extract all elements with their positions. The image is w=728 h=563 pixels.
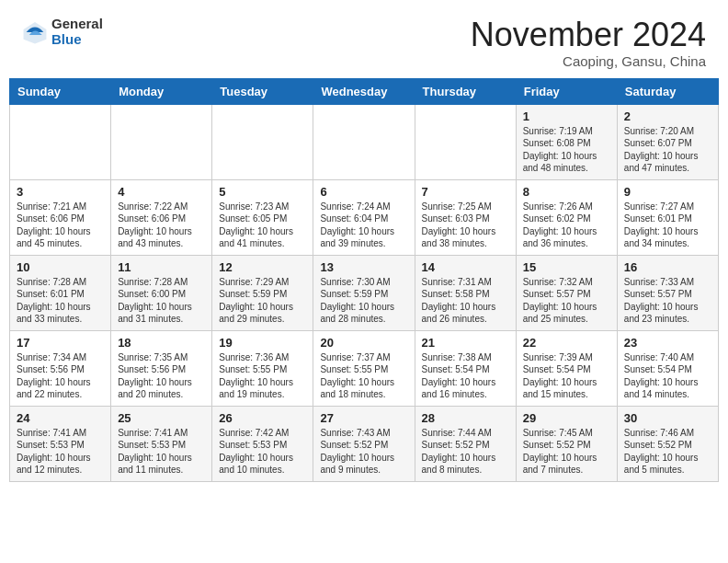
- calendar-cell: 5Sunrise: 7:23 AM Sunset: 6:05 PM Daylig…: [212, 179, 313, 255]
- day-number: 18: [118, 336, 205, 350]
- day-number: 11: [118, 260, 205, 274]
- calendar-cell: 19Sunrise: 7:36 AM Sunset: 5:55 PM Dayli…: [212, 330, 313, 406]
- calendar-cell: [10, 104, 111, 179]
- day-info: Sunrise: 7:27 AM Sunset: 6:01 PM Dayligh…: [624, 201, 711, 250]
- day-info: Sunrise: 7:22 AM Sunset: 6:06 PM Dayligh…: [118, 201, 205, 250]
- day-number: 3: [17, 185, 104, 199]
- logo: General Blue: [22, 17, 103, 47]
- calendar-cell: [111, 104, 212, 179]
- weekday-header-sunday: Sunday: [10, 78, 111, 104]
- calendar-cell: 17Sunrise: 7:34 AM Sunset: 5:56 PM Dayli…: [10, 330, 111, 406]
- day-number: 19: [219, 336, 306, 350]
- day-info: Sunrise: 7:45 AM Sunset: 5:52 PM Dayligh…: [523, 427, 610, 477]
- day-number: 7: [422, 185, 509, 199]
- calendar-cell: 20Sunrise: 7:37 AM Sunset: 5:55 PM Dayli…: [313, 330, 415, 406]
- calendar-cell: 24Sunrise: 7:41 AM Sunset: 5:53 PM Dayli…: [10, 406, 111, 481]
- calendar-wrapper: SundayMondayTuesdayWednesdayThursdayFrid…: [0, 78, 728, 491]
- calendar-week-1: 1Sunrise: 7:19 AM Sunset: 6:08 PM Daylig…: [10, 104, 719, 179]
- weekday-header-monday: Monday: [111, 78, 212, 104]
- day-number: 22: [523, 336, 610, 350]
- calendar-table: SundayMondayTuesdayWednesdayThursdayFrid…: [9, 78, 719, 482]
- calendar-cell: 4Sunrise: 7:22 AM Sunset: 6:06 PM Daylig…: [111, 179, 212, 255]
- calendar-cell: 8Sunrise: 7:26 AM Sunset: 6:02 PM Daylig…: [516, 179, 617, 255]
- day-info: Sunrise: 7:26 AM Sunset: 6:02 PM Dayligh…: [523, 201, 610, 250]
- day-number: 17: [17, 336, 104, 350]
- day-info: Sunrise: 7:28 AM Sunset: 6:01 PM Dayligh…: [17, 276, 104, 326]
- day-info: Sunrise: 7:44 AM Sunset: 5:52 PM Dayligh…: [422, 427, 509, 477]
- weekday-header-saturday: Saturday: [617, 78, 718, 104]
- day-info: Sunrise: 7:46 AM Sunset: 5:52 PM Dayligh…: [624, 427, 711, 477]
- calendar-header: SundayMondayTuesdayWednesdayThursdayFrid…: [10, 78, 719, 104]
- day-info: Sunrise: 7:30 AM Sunset: 5:59 PM Dayligh…: [320, 276, 407, 326]
- day-info: Sunrise: 7:42 AM Sunset: 5:53 PM Dayligh…: [219, 427, 306, 477]
- day-info: Sunrise: 7:24 AM Sunset: 6:04 PM Dayligh…: [320, 201, 407, 250]
- day-info: Sunrise: 7:31 AM Sunset: 5:58 PM Dayligh…: [422, 276, 509, 326]
- day-number: 2: [624, 109, 711, 123]
- day-info: Sunrise: 7:34 AM Sunset: 5:56 PM Dayligh…: [17, 351, 104, 401]
- day-info: Sunrise: 7:39 AM Sunset: 5:54 PM Dayligh…: [523, 351, 610, 401]
- weekday-header-row: SundayMondayTuesdayWednesdayThursdayFrid…: [10, 78, 719, 104]
- calendar-cell: 9Sunrise: 7:27 AM Sunset: 6:01 PM Daylig…: [617, 179, 718, 255]
- calendar-cell: 28Sunrise: 7:44 AM Sunset: 5:52 PM Dayli…: [415, 406, 516, 481]
- calendar-cell: 22Sunrise: 7:39 AM Sunset: 5:54 PM Dayli…: [516, 330, 617, 406]
- calendar-cell: 1Sunrise: 7:19 AM Sunset: 6:08 PM Daylig…: [516, 104, 617, 179]
- day-number: 25: [118, 411, 205, 425]
- calendar-cell: 21Sunrise: 7:38 AM Sunset: 5:54 PM Dayli…: [415, 330, 516, 406]
- calendar-week-3: 10Sunrise: 7:28 AM Sunset: 6:01 PM Dayli…: [10, 255, 719, 330]
- day-info: Sunrise: 7:32 AM Sunset: 5:57 PM Dayligh…: [523, 276, 610, 326]
- calendar-cell: 27Sunrise: 7:43 AM Sunset: 5:52 PM Dayli…: [313, 406, 415, 481]
- day-info: Sunrise: 7:28 AM Sunset: 6:00 PM Dayligh…: [118, 276, 205, 326]
- day-number: 5: [219, 185, 306, 199]
- day-number: 21: [422, 336, 509, 350]
- day-number: 16: [624, 260, 711, 274]
- logo-icon: [22, 19, 48, 45]
- day-info: Sunrise: 7:41 AM Sunset: 5:53 PM Dayligh…: [118, 427, 205, 477]
- day-number: 9: [624, 185, 711, 199]
- calendar-body: 1Sunrise: 7:19 AM Sunset: 6:08 PM Daylig…: [10, 104, 719, 481]
- day-info: Sunrise: 7:23 AM Sunset: 6:05 PM Dayligh…: [219, 201, 306, 250]
- calendar-cell: 26Sunrise: 7:42 AM Sunset: 5:53 PM Dayli…: [212, 406, 313, 481]
- month-year: November 2024: [471, 17, 706, 53]
- day-number: 26: [219, 411, 306, 425]
- calendar-cell: 25Sunrise: 7:41 AM Sunset: 5:53 PM Dayli…: [111, 406, 212, 481]
- calendar-cell: 29Sunrise: 7:45 AM Sunset: 5:52 PM Dayli…: [516, 406, 617, 481]
- day-info: Sunrise: 7:25 AM Sunset: 6:03 PM Dayligh…: [422, 201, 509, 250]
- calendar-cell: 14Sunrise: 7:31 AM Sunset: 5:58 PM Dayli…: [415, 255, 516, 330]
- weekday-header-tuesday: Tuesday: [212, 78, 313, 104]
- logo-blue-text: Blue: [51, 32, 103, 48]
- day-number: 30: [624, 411, 711, 425]
- day-info: Sunrise: 7:41 AM Sunset: 5:53 PM Dayligh…: [17, 427, 104, 477]
- day-info: Sunrise: 7:20 AM Sunset: 6:07 PM Dayligh…: [624, 125, 711, 175]
- day-number: 10: [17, 260, 104, 274]
- calendar-cell: 10Sunrise: 7:28 AM Sunset: 6:01 PM Dayli…: [10, 255, 111, 330]
- calendar-cell: [313, 104, 415, 179]
- day-info: Sunrise: 7:40 AM Sunset: 5:54 PM Dayligh…: [624, 351, 711, 401]
- calendar-week-4: 17Sunrise: 7:34 AM Sunset: 5:56 PM Dayli…: [10, 330, 719, 406]
- calendar-cell: 3Sunrise: 7:21 AM Sunset: 6:06 PM Daylig…: [10, 179, 111, 255]
- calendar-cell: 2Sunrise: 7:20 AM Sunset: 6:07 PM Daylig…: [617, 104, 718, 179]
- calendar-week-5: 24Sunrise: 7:41 AM Sunset: 5:53 PM Dayli…: [10, 406, 719, 481]
- calendar-cell: 16Sunrise: 7:33 AM Sunset: 5:57 PM Dayli…: [617, 255, 718, 330]
- day-info: Sunrise: 7:38 AM Sunset: 5:54 PM Dayligh…: [422, 351, 509, 401]
- calendar-cell: 6Sunrise: 7:24 AM Sunset: 6:04 PM Daylig…: [313, 179, 415, 255]
- day-info: Sunrise: 7:43 AM Sunset: 5:52 PM Dayligh…: [320, 427, 407, 477]
- day-number: 1: [523, 109, 610, 123]
- weekday-header-wednesday: Wednesday: [313, 78, 415, 104]
- day-number: 6: [320, 185, 407, 199]
- day-number: 4: [118, 185, 205, 199]
- day-info: Sunrise: 7:33 AM Sunset: 5:57 PM Dayligh…: [624, 276, 711, 326]
- day-info: Sunrise: 7:35 AM Sunset: 5:56 PM Dayligh…: [118, 351, 205, 401]
- calendar-cell: 11Sunrise: 7:28 AM Sunset: 6:00 PM Dayli…: [111, 255, 212, 330]
- calendar-cell: [415, 104, 516, 179]
- day-number: 20: [320, 336, 407, 350]
- day-number: 27: [320, 411, 407, 425]
- calendar-cell: 7Sunrise: 7:25 AM Sunset: 6:03 PM Daylig…: [415, 179, 516, 255]
- day-info: Sunrise: 7:21 AM Sunset: 6:06 PM Dayligh…: [17, 201, 104, 250]
- calendar-cell: 23Sunrise: 7:40 AM Sunset: 5:54 PM Dayli…: [617, 330, 718, 406]
- calendar-cell: 13Sunrise: 7:30 AM Sunset: 5:59 PM Dayli…: [313, 255, 415, 330]
- day-number: 28: [422, 411, 509, 425]
- calendar-cell: 18Sunrise: 7:35 AM Sunset: 5:56 PM Dayli…: [111, 330, 212, 406]
- location: Caoping, Gansu, China: [471, 53, 706, 69]
- weekday-header-thursday: Thursday: [415, 78, 516, 104]
- weekday-header-friday: Friday: [516, 78, 617, 104]
